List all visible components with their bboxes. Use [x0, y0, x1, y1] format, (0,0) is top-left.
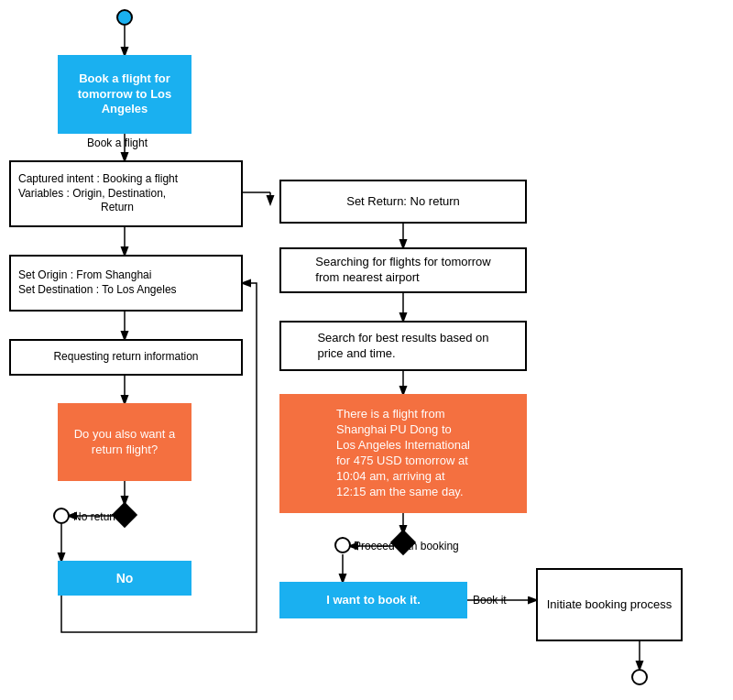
main-action-node: Book a flight for tomorrow to Los Angele…	[58, 55, 191, 134]
set-return-label: Set Return: No return	[346, 194, 460, 210]
end-circle	[631, 669, 648, 685]
book-it-label: Book it	[473, 594, 507, 607]
captured-intent-text: Captured intent : Booking a flight Varia…	[18, 172, 178, 215]
captured-intent-node: Captured intent : Booking a flight Varia…	[9, 160, 243, 227]
best-results-node: Search for best results based onprice an…	[279, 321, 527, 371]
return-flight-label: Do you also want a return flight?	[67, 427, 182, 458]
return-flight-question-node: Do you also want a return flight?	[58, 403, 191, 481]
proceed-label: Proceed with booking	[354, 540, 459, 552]
flight-info-node: There is a flight fromShanghai PU Dong t…	[279, 394, 527, 513]
flowchart-diagram: Book a flight for tomorrow to Los Angele…	[0, 0, 733, 700]
set-return-node: Set Return: No return	[279, 180, 527, 224]
searching-flights-label: Searching for flights for tomorrowfrom n…	[315, 255, 490, 286]
proceed-circle	[334, 537, 351, 553]
initiate-booking-node: Initiate booking process	[536, 568, 683, 641]
no-return-label: No return	[73, 510, 119, 523]
book-a-flight-label: Book a flight	[87, 137, 148, 149]
best-results-label: Search for best results based onprice an…	[317, 331, 488, 362]
main-action-label: Book a flight for tomorrow to Los Angele…	[67, 71, 182, 118]
requesting-return-node: Requesting return information	[9, 339, 243, 376]
searching-flights-node: Searching for flights for tomorrowfrom n…	[279, 247, 527, 293]
flight-info-label: There is a flight fromShanghai PU Dong t…	[336, 407, 470, 499]
requesting-return-label: Requesting return information	[53, 350, 198, 365]
initiate-booking-label: Initiate booking process	[547, 597, 673, 613]
no-return-circle	[53, 508, 70, 524]
set-origin-dest-node: Set Origin : From Shanghai Set Destinati…	[9, 255, 243, 312]
start-circle	[116, 9, 133, 26]
book-it-button[interactable]: I want to book it.	[279, 582, 467, 618]
set-origin-dest-text: Set Origin : From Shanghai Set Destinati…	[18, 268, 177, 297]
no-button[interactable]: No	[58, 561, 191, 596]
